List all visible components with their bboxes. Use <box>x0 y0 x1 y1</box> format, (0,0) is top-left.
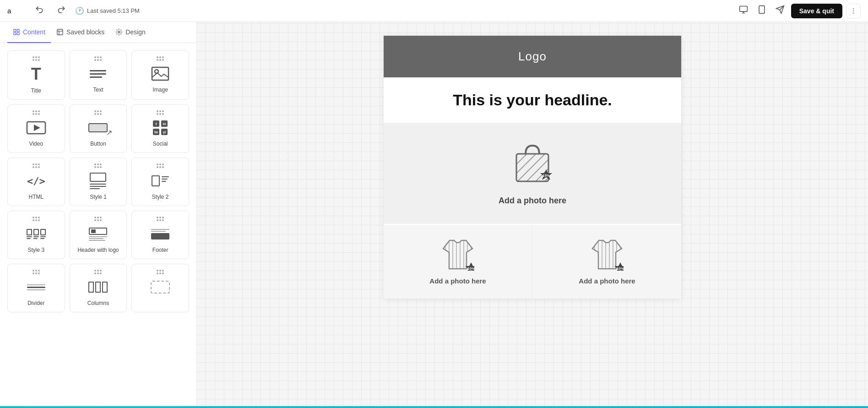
image-icon <box>151 65 169 83</box>
project-title: a <box>7 7 26 15</box>
shirt-icon-1: 10% <box>441 239 474 272</box>
svg-point-10 <box>118 31 120 33</box>
clock-icon: 🕐 <box>75 6 84 15</box>
drag-handle <box>94 56 102 61</box>
svg-rect-6 <box>17 29 19 32</box>
panel-tabs: Content Saved blocks Design <box>0 22 196 43</box>
canvas-headline-section[interactable]: This is your headline. <box>384 77 681 123</box>
text-icon <box>90 65 106 83</box>
canvas-photo-section[interactable]: 15% Add a photo here <box>384 123 681 224</box>
redo-button[interactable] <box>53 3 70 18</box>
drag-handle <box>33 163 40 168</box>
canvas-photo-label: Add a photo here <box>499 196 566 206</box>
col2-label: Add a photo here <box>579 277 635 285</box>
block-image[interactable]: Image <box>131 50 189 100</box>
canvas-logo-section[interactable]: Logo <box>384 36 681 77</box>
canvas-area: Logo This is your headline. <box>197 22 868 408</box>
canvas-logo-text: Logo <box>518 49 547 64</box>
header-logo-icon <box>89 225 107 243</box>
drag-handle <box>33 110 40 115</box>
html-icon: </> <box>27 172 45 190</box>
svg-point-4 <box>853 12 854 13</box>
block-social[interactable]: f in tw yt Social <box>131 104 189 153</box>
style1-icon <box>90 172 106 190</box>
footer-icon <box>151 225 169 243</box>
drag-handle <box>33 56 40 61</box>
more-options-button[interactable] <box>846 4 861 18</box>
block-style1[interactable]: Style 1 <box>70 158 127 206</box>
drag-handle <box>94 270 102 274</box>
bag-photo-icon: 15% <box>512 141 553 189</box>
svg-point-2 <box>853 8 854 9</box>
block-style2[interactable]: Style 2 <box>131 158 189 206</box>
desktop-view-button[interactable] <box>736 3 751 18</box>
shopping-bag-svg: 15% <box>512 141 553 187</box>
svg-rect-5 <box>14 29 16 32</box>
svg-text:15%: 15% <box>542 174 550 178</box>
topbar-right-actions: Save & quit <box>736 3 861 18</box>
drag-handle <box>157 270 164 274</box>
saved-blocks-icon <box>56 28 64 36</box>
blocks-grid: T Title Text <box>0 43 196 320</box>
main-layout: Content Saved blocks Design T Title <box>0 22 868 408</box>
block-divider[interactable]: Divider <box>7 264 65 312</box>
tab-content[interactable]: Content <box>7 22 51 43</box>
email-canvas: Logo This is your headline. <box>384 36 681 299</box>
video-icon <box>26 119 46 137</box>
svg-point-3 <box>853 11 854 11</box>
svg-rect-9 <box>57 29 63 35</box>
svg-rect-0 <box>739 6 747 12</box>
teal-bottom-bar <box>0 406 868 408</box>
block-title[interactable]: T Title <box>7 50 65 100</box>
tab-saved-blocks[interactable]: Saved blocks <box>51 22 110 43</box>
content-icon <box>13 28 20 36</box>
social-icon: f in tw yt <box>153 119 168 137</box>
undo-button[interactable] <box>31 3 48 18</box>
tab-design[interactable]: Design <box>110 22 151 43</box>
style2-icon <box>152 172 169 190</box>
block-html[interactable]: </> HTML <box>7 158 65 206</box>
shirt-icon-2: 10% <box>591 239 624 272</box>
svg-rect-7 <box>14 33 16 35</box>
canvas-col-1[interactable]: 10% Add a photo here <box>384 225 532 299</box>
autosave-status: 🕐 Last saved 5:13 PM <box>75 6 140 15</box>
drag-handle <box>33 270 40 274</box>
svg-text:10%: 10% <box>617 267 624 271</box>
drag-handle <box>94 110 102 115</box>
drag-handle <box>157 110 164 115</box>
title-icon: T <box>31 65 41 84</box>
topbar: a 🕐 Last saved 5:13 PM Save & quit <box>0 0 868 22</box>
block-button[interactable]: ↗ Button <box>70 104 127 153</box>
svg-marker-14 <box>34 125 40 131</box>
shirt-svg-2: 10% <box>591 239 624 271</box>
drag-handle <box>94 163 102 168</box>
canvas-headline: This is your headline. <box>402 91 663 109</box>
block-custom[interactable] <box>131 264 189 312</box>
canvas-col-2[interactable]: 10% Add a photo here <box>533 225 681 299</box>
block-text[interactable]: Text <box>70 50 127 100</box>
mobile-view-button[interactable] <box>754 3 769 18</box>
design-icon <box>115 28 123 36</box>
block-header-logo[interactable]: Header with logo <box>70 211 127 259</box>
divider-icon <box>27 278 45 296</box>
drag-handle <box>94 217 102 221</box>
canvas-two-col: 10% Add a photo here <box>384 225 681 299</box>
svg-rect-8 <box>17 33 19 35</box>
block-video[interactable]: Video <box>7 104 65 153</box>
style3-icon <box>27 225 46 243</box>
svg-rect-11 <box>152 67 168 80</box>
columns-icon <box>88 278 108 296</box>
block-footer[interactable]: Footer <box>131 211 189 259</box>
button-icon: ↗ <box>88 119 108 137</box>
drag-handle <box>157 56 164 61</box>
left-panel: Content Saved blocks Design T Title <box>0 22 197 408</box>
block-columns[interactable]: Columns <box>70 264 127 312</box>
drag-handle <box>157 217 164 221</box>
send-button[interactable] <box>773 3 787 18</box>
save-quit-button[interactable]: Save & quit <box>791 4 842 18</box>
block-style3[interactable]: Style 3 <box>7 211 65 259</box>
drag-handle <box>157 163 164 168</box>
drag-handle <box>33 217 40 221</box>
custom-block-icon <box>151 278 170 296</box>
svg-text:10%: 10% <box>467 267 474 271</box>
